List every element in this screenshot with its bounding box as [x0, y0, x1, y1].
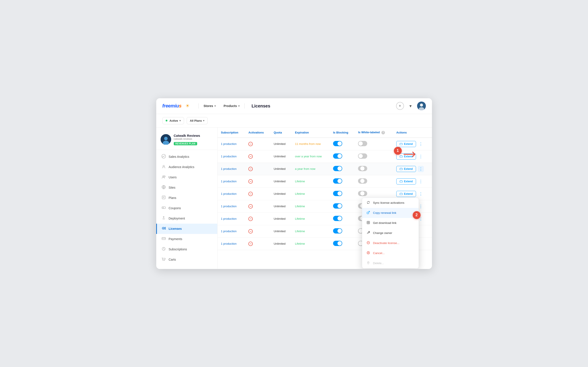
production-link[interactable]: 1 production: [221, 205, 237, 208]
is-blocking-cell: [330, 175, 355, 188]
is-blocking-toggle[interactable]: [333, 153, 342, 159]
minus-icon: −: [248, 154, 253, 159]
sidebar-item-carts[interactable]: Carts: [156, 255, 217, 265]
activations-cell: −: [245, 200, 270, 212]
svg-point-6: [162, 154, 166, 158]
is-whitelabeled-toggle[interactable]: [358, 178, 367, 184]
is-blocking-toggle[interactable]: [333, 141, 342, 146]
menu-item-copy-renewal[interactable]: Copy renewal link: [362, 208, 419, 218]
svg-rect-15: [162, 237, 166, 240]
products-nav-item[interactable]: Products ▾: [221, 102, 243, 109]
stores-label: Stores: [204, 104, 213, 108]
actions-cell: Extend ⋮: [393, 163, 432, 175]
sidebar-item-plans[interactable]: Plans: [156, 193, 217, 203]
col-quota: Quota: [270, 128, 291, 138]
sidebar-item-subscriptions[interactable]: Subscriptions: [156, 244, 217, 255]
subscription-cell: 1 production: [217, 225, 245, 237]
is-blocking-toggle[interactable]: [333, 241, 342, 246]
menu-item-deactivate[interactable]: Deactivate license...: [362, 238, 419, 248]
production-link[interactable]: 1 production: [221, 192, 237, 195]
is-blocking-toggle[interactable]: [333, 203, 342, 209]
plan-badge: REVENUES PLAN: [174, 142, 197, 145]
production-link[interactable]: 1 production: [221, 155, 237, 158]
is-blocking-toggle[interactable]: [333, 216, 342, 221]
stores-chevron-icon: ▾: [215, 105, 216, 108]
expiration-cell: Lifetime: [291, 212, 330, 225]
is-blocking-cell: [330, 150, 355, 163]
svg-point-7: [163, 165, 164, 167]
coupons-icon: [161, 206, 166, 211]
is-blocking-toggle[interactable]: [333, 191, 342, 196]
is-whitelabeled-toggle[interactable]: [358, 166, 367, 171]
is-whitelabeled-cell: [355, 163, 393, 175]
profile-info: Catwalk Reviews catwalk-reviews REVENUES…: [174, 134, 213, 145]
sidebar-item-deployment[interactable]: Deployment: [156, 213, 217, 224]
sidebar-item-audience-analytics[interactable]: Audience Analytics: [156, 162, 217, 172]
more-button[interactable]: ⋮: [418, 141, 424, 147]
sidebar-item-users[interactable]: Users: [156, 172, 217, 183]
step-2-badge: 2: [413, 211, 421, 219]
all-plans-filter-btn[interactable]: All Plans ▾: [187, 117, 208, 124]
sales-analytics-icon: [161, 154, 166, 159]
extend-button[interactable]: Extend: [396, 166, 416, 172]
sidebar: Catwalk Reviews catwalk-reviews REVENUES…: [156, 128, 217, 269]
stores-nav-item[interactable]: Stores ▾: [200, 102, 219, 109]
menu-item-change-owner[interactable]: Change owner: [362, 228, 419, 238]
is-whitelabeled-cell: [355, 150, 393, 163]
products-label: Products: [224, 104, 237, 108]
sidebar-item-sales-analytics[interactable]: Sales Analytics: [156, 152, 217, 162]
quota-cell: Unlimited: [270, 200, 291, 212]
get-download-icon: [366, 221, 371, 225]
avatar[interactable]: [417, 101, 426, 110]
production-link[interactable]: 1 production: [221, 217, 237, 220]
production-link[interactable]: 1 production: [221, 230, 237, 233]
is-blocking-toggle[interactable]: [333, 166, 342, 171]
extend-button[interactable]: Extend: [396, 178, 416, 184]
is-blocking-cell: [330, 200, 355, 212]
extend-button[interactable]: Extend: [396, 141, 416, 147]
active-filter-btn[interactable]: Active ▾: [162, 117, 184, 124]
production-link[interactable]: 1 production: [221, 242, 237, 245]
is-whitelabeled-toggle[interactable]: [358, 191, 367, 196]
table-row: 1 production − Unlimited a year from now: [217, 163, 432, 175]
more-button[interactable]: ⋮: [418, 166, 424, 172]
context-menu: Sync license activations Copy renewal li…: [362, 198, 419, 268]
all-plans-chevron: ▾: [203, 119, 204, 122]
more-button[interactable]: ⋮: [418, 191, 424, 197]
expiration-cell: a year from now: [291, 163, 330, 175]
menu-item-cancel[interactable]: Cancel...: [362, 248, 419, 258]
is-blocking-toggle[interactable]: [333, 228, 342, 234]
extend-button[interactable]: Extend: [396, 191, 416, 197]
menu-item-get-download[interactable]: Get download link: [362, 218, 419, 228]
svg-point-14: [163, 228, 164, 229]
expiration-cell: 11 months from now: [291, 138, 330, 150]
profile-slug: catwalk-reviews: [174, 137, 213, 141]
sidebar-item-coupons[interactable]: Coupons: [156, 203, 217, 213]
is-whitelabeled-toggle[interactable]: [358, 141, 367, 146]
col-expiration: Expiration: [291, 128, 330, 138]
minus-icon: −: [248, 242, 253, 246]
is-blocking-cell: [330, 188, 355, 200]
deployment-label: Deployment: [169, 217, 185, 220]
profile-section: Catwalk Reviews catwalk-reviews REVENUES…: [156, 131, 217, 150]
is-whitelabeled-toggle[interactable]: [358, 153, 367, 159]
licenses-icon: [161, 226, 166, 232]
is-blocking-toggle[interactable]: [333, 178, 342, 184]
activations-cell: −: [245, 225, 270, 237]
production-link[interactable]: 1 production: [221, 167, 237, 170]
menu-item-delete[interactable]: Delete...: [362, 258, 419, 268]
sync-icon: [366, 201, 371, 205]
more-button[interactable]: ⋮: [418, 178, 424, 184]
logo-text: freemius: [162, 103, 182, 109]
production-link[interactable]: 1 production: [221, 142, 237, 146]
add-button[interactable]: +: [396, 102, 404, 110]
sidebar-item-sites[interactable]: Sites: [156, 183, 217, 193]
change-owner-icon: [366, 231, 371, 235]
expiration-cell: Lifetime: [291, 225, 330, 237]
sidebar-item-payments[interactable]: Payments: [156, 234, 217, 244]
quota-cell: Unlimited: [270, 163, 291, 175]
production-link[interactable]: 1 production: [221, 180, 237, 183]
sidebar-item-licenses[interactable]: Licenses: [156, 224, 217, 234]
dropdown-button[interactable]: ▾: [406, 102, 414, 110]
menu-item-sync[interactable]: Sync license activations: [362, 198, 419, 208]
